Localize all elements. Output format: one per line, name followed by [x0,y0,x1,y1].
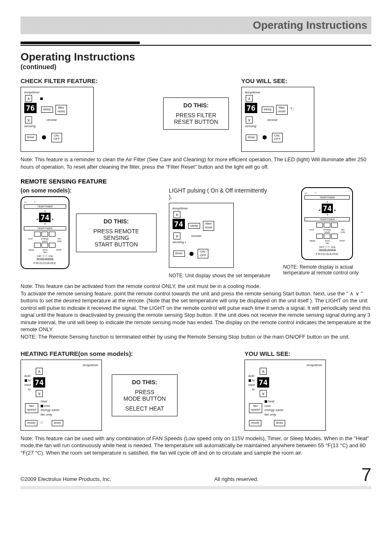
temp-timer-bar: TEMP/TIMER [24,204,66,209]
mode-button: mode [25,420,37,426]
auto-label: auto [248,374,255,378]
remote-display-note: NOTE: Remote display is actual temperatu… [283,264,371,276]
timer-button: timer [173,251,185,257]
heat-panel-1: temp/timer auto hi med lo ∧ 74 ∨ fa [21,360,102,430]
on-off-button: ON- OFF [272,133,283,143]
status-dot [189,252,194,256]
on-off-button: ON- OFF [51,133,62,143]
you-will-see-heading-2: YOU WILL SEE: [244,350,371,357]
remote-sensing-heading: REMOTE SENSING FEATURE [21,178,371,185]
sleep-button: sleep [262,107,274,113]
timer-button: timer [25,135,37,141]
brand-label: FRIGIDAIRE [304,252,350,256]
sleep-label: sleep [28,248,34,253]
sleep-label: sleep [309,239,315,244]
fan-only-label: fan only [341,228,345,233]
filter-reset-button: filter reset [203,221,214,231]
heating-note: Note: This feature can be used with any … [21,435,371,457]
display-76: 76 [24,103,37,113]
unit-panel-3: temp/timer ∧ 74 sleep filter reset ∨ rem… [169,203,234,268]
med-label: med [24,383,31,387]
down-arrow-button: ∨ [25,116,32,123]
do-this-text1: PRESS REMOTE SENSING [82,228,150,241]
timer-button: timer [52,420,63,426]
remote-sensing-label: remote sensing [24,257,66,260]
display-74: 74 [173,219,185,229]
temp-timer-label: temp/timer [173,207,230,210]
timer-button: timer [246,135,257,141]
up-arrow-button: ∧ [36,368,43,375]
pointer-icon: ☜ [39,420,44,425]
remote-display: 74 [322,204,333,213]
heat-label: heat [268,399,274,403]
cool-label: cool [309,228,314,233]
energy-saver-label: energy saver [265,408,284,412]
you-will-see-heading: YOU WILL SEE: [241,77,371,84]
auto-fan-label: auto fan [325,239,330,244]
indicator-dot [40,98,43,100]
rights-reserved: All rights reserved. [214,476,258,482]
remote-sensing-sub: (on some models): [21,187,157,194]
page-title: Operating Instructions [21,51,371,63]
filter-reset-button: filter reset [55,105,67,115]
do-this-label: DO THIS: [169,102,223,109]
auto-fan-label: auto fan [43,248,48,253]
unit-display-note: NOTE: Unit display shows the set tempera… [169,273,270,279]
cool-label: cool [265,404,284,408]
sleep-button: sleep [41,107,53,113]
up-arrow-button: ∧ [173,211,180,218]
up-arrow-button: ∧ [260,368,267,375]
timer-button: timer [274,420,286,426]
remote-sensing-note: Note: This feature can be activated from… [21,283,371,340]
light-pulsing-note: LIGHT pulsing ( On & Off intermittently … [169,187,271,200]
lo-label: lo [248,387,255,392]
do-this-box-2: DO THIS: PRESS REMOTE SENSING START BUTT… [76,214,157,252]
hi-label: hi [252,379,254,382]
cool-label: cool [28,237,32,242]
timer-label: timer [56,248,62,253]
down-arrow-button: ∨ [260,390,267,397]
remote-control-1: ▭ ○ TEMP/TIMER ∧ ◄ 74 ► ∨ TEMP/TIMER coo… [21,196,69,269]
temp-timer-label: temp/timer [24,91,90,94]
temp-timer-label: temp/timer [245,91,311,94]
do-this-label: DO THIS: [82,218,150,225]
on-off-button: ON- OFF [198,249,208,259]
heat-label: heat [41,399,60,404]
energy-saver-label: energy saver [323,228,331,233]
fan-speed-button: fan speed [249,403,262,413]
check-filter-note: Note: This feature is a reminder to clea… [21,156,371,170]
filter-reset-button: filter reset [276,105,288,115]
up-arrow-button: ∧ [246,95,253,102]
fan-only-label: fan only [41,413,60,417]
header-band: Operating Instructions [21,16,371,34]
up-arrow-button: ∧ [25,95,32,102]
status-dot [42,135,46,139]
cool-label: cool [44,404,50,408]
do-this-text3: SELECT HEAT [118,405,171,412]
do-this-text1: PRESS [118,389,171,395]
display-74: 74 [33,377,46,388]
do-this-text: PRESS FILTER RESET BUTTON [169,112,223,125]
pointer-icon: ☜ [289,105,295,112]
thick-rule [21,42,140,44]
display-76: 76 [245,103,257,113]
fan-only-label: fan only [265,413,284,417]
heat-panel-2: temp/timer auto hi med lo ∧ 74 ∨ fan spe… [244,360,326,430]
thin-rule [21,45,371,46]
temp-timer-label: temp/timer [24,363,98,367]
fan-speed-button: fan speed [25,403,38,413]
do-this-label: DO THIS: [118,379,171,385]
med-label: med [248,383,255,387]
remote-sensing-label: remote sensing [304,248,350,251]
remote-display: 74 [39,213,51,222]
mode-button: mode [249,420,261,426]
fan-only-label: fan only [57,237,62,242]
down-arrow-button: ∨ [173,232,180,239]
down-arrow-button: ∨ [36,390,43,397]
copyright: ©2009 Electrolux Home Products, Inc. [21,476,111,482]
footer-band [21,486,371,489]
heating-heading: HEATING FEATURE(on some models): [21,350,232,357]
auto-label: auto [24,374,31,378]
continued-label: (continued) [21,63,371,71]
temp-timer-label: temp/timer [248,363,322,367]
